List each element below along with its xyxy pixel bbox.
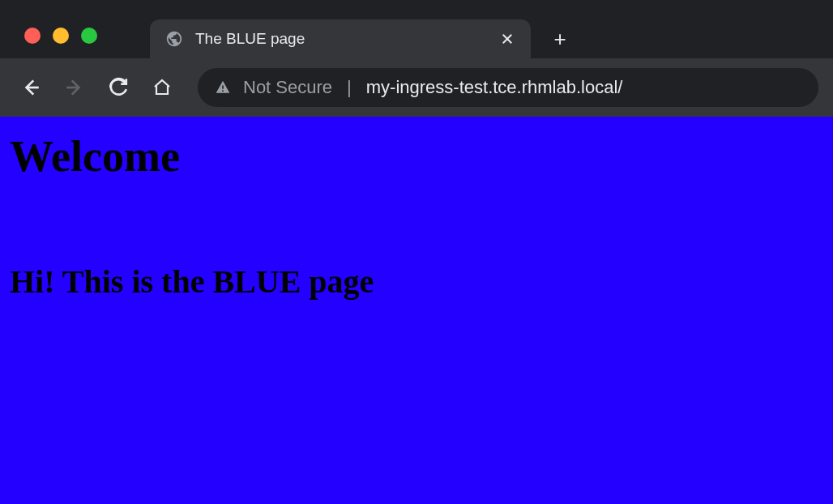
page-heading: Welcome xyxy=(10,131,823,182)
tab-strip: The BLUE page + xyxy=(150,19,833,58)
window-minimize-button[interactable] xyxy=(53,28,69,44)
window-titlebar: The BLUE page + xyxy=(0,0,833,58)
svg-rect-5 xyxy=(222,90,224,92)
browser-tab[interactable]: The BLUE page xyxy=(150,19,531,58)
browser-toolbar: Not Secure | my-ingress-test.tce.rhmlab.… xyxy=(0,58,833,117)
tab-title: The BLUE page xyxy=(195,30,487,48)
address-bar[interactable]: Not Secure | my-ingress-test.tce.rhmlab.… xyxy=(198,68,818,107)
security-status: Not Secure xyxy=(243,77,332,98)
reload-button[interactable] xyxy=(102,71,135,104)
globe-icon xyxy=(164,29,184,49)
window-close-button[interactable] xyxy=(24,28,41,44)
home-button[interactable] xyxy=(146,71,178,104)
traffic-lights xyxy=(24,19,97,44)
page-subheading: Hi! This is the BLUE page xyxy=(10,263,823,301)
svg-rect-4 xyxy=(222,86,224,89)
url-divider: | xyxy=(347,77,352,98)
page-viewport: Welcome Hi! This is the BLUE page xyxy=(0,117,833,504)
back-button[interactable] xyxy=(15,71,47,104)
tab-close-button[interactable] xyxy=(498,30,516,48)
warning-icon xyxy=(214,79,232,96)
url-text: my-ingress-test.tce.rhmlab.local/ xyxy=(366,77,623,98)
new-tab-button[interactable]: + xyxy=(545,24,575,53)
forward-button[interactable] xyxy=(58,71,91,104)
window-maximize-button[interactable] xyxy=(81,28,97,44)
